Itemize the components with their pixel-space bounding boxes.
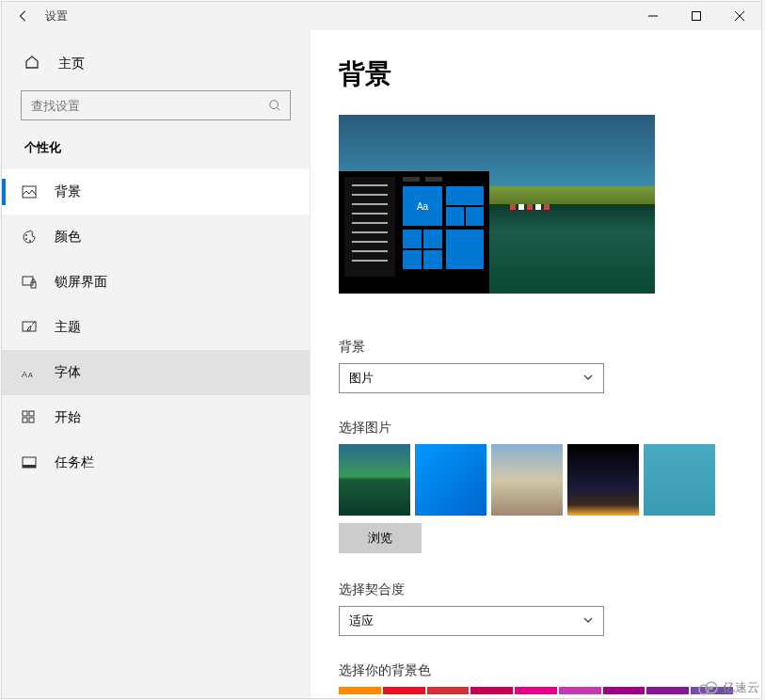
thumbnail-4[interactable] [567, 444, 639, 516]
sidebar-item-label: 锁屏界面 [55, 274, 107, 291]
lock-screen-icon [21, 275, 38, 290]
sidebar-item-colors[interactable]: 颜色 [2, 215, 310, 260]
svg-rect-20 [23, 465, 36, 468]
background-label: 背景 [339, 339, 733, 356]
window-title: 设置 [45, 8, 68, 24]
home-label: 主页 [58, 56, 85, 72]
color-chip[interactable] [515, 687, 557, 694]
watermark: 亿速云 [696, 679, 759, 696]
back-button[interactable] [2, 2, 45, 30]
picture-icon [21, 184, 38, 199]
section-title: 个性化 [2, 130, 310, 162]
picture-thumbnails [339, 444, 733, 516]
apps-icon [21, 410, 38, 425]
svg-point-21 [699, 685, 709, 694]
font-icon: AA [21, 365, 38, 380]
settings-window: 设置 主页 [1, 1, 762, 699]
close-icon [735, 11, 744, 21]
sidebar-item-label: 背景 [55, 183, 81, 200]
sidebar-item-label: 开始 [55, 409, 81, 426]
color-chip[interactable] [470, 687, 513, 694]
minimize-button[interactable] [631, 2, 675, 30]
main-content: 背景 Aa [311, 30, 761, 698]
svg-rect-18 [29, 418, 34, 422]
home-button[interactable]: 主页 [2, 45, 310, 83]
svg-point-4 [270, 101, 279, 109]
brush-icon [21, 320, 38, 335]
minimize-icon [648, 11, 658, 21]
svg-text:A: A [28, 372, 33, 378]
browse-button[interactable]: 浏览 [339, 523, 422, 553]
sidebar-item-taskbar[interactable]: 任务栏 [2, 440, 310, 485]
page-title: 背景 [339, 56, 733, 92]
background-select[interactable]: 图片 [339, 363, 604, 393]
palette-icon [21, 230, 38, 245]
sidebar-item-themes[interactable]: 主题 [2, 305, 310, 350]
color-chip[interactable] [603, 687, 645, 694]
home-icon [24, 55, 40, 73]
choose-picture-label: 选择图片 [339, 420, 733, 437]
color-swatches [339, 687, 733, 694]
search-icon [260, 99, 290, 112]
color-chip[interactable] [383, 687, 425, 694]
sidebar-item-label: 字体 [55, 364, 81, 381]
svg-text:A: A [22, 370, 27, 379]
background-select-value: 图片 [349, 370, 374, 387]
arrow-left-icon [17, 9, 30, 23]
color-chip[interactable] [646, 687, 689, 694]
desktop-preview: Aa [339, 115, 655, 294]
sidebar: 主页 个性化 背景 颜色 锁屏界面 [2, 30, 311, 698]
sidebar-item-start[interactable]: 开始 [2, 395, 310, 440]
taskbar-icon [21, 455, 38, 470]
svg-rect-17 [23, 418, 27, 422]
svg-rect-16 [29, 411, 34, 416]
nav-list: 背景 颜色 锁屏界面 主题 AA 字体 [2, 169, 310, 485]
maximize-button[interactable] [675, 2, 718, 30]
search-input[interactable] [22, 99, 260, 113]
thumbnail-5[interactable] [644, 444, 715, 516]
start-menu-preview: Aa [339, 171, 489, 294]
color-chip[interactable] [339, 687, 381, 694]
fit-select-value: 适应 [349, 612, 374, 629]
close-button[interactable] [718, 2, 761, 30]
fit-select[interactable]: 适应 [339, 606, 604, 636]
color-chip[interactable] [559, 687, 601, 694]
sidebar-item-background[interactable]: 背景 [2, 169, 310, 215]
maximize-icon [692, 11, 701, 21]
color-chip[interactable] [427, 687, 470, 694]
thumbnail-1[interactable] [339, 444, 410, 516]
sidebar-item-fonts[interactable]: AA 字体 [2, 350, 310, 395]
fit-label: 选择契合度 [339, 581, 733, 598]
sidebar-item-label: 颜色 [55, 229, 81, 246]
title-bar: 设置 [2, 2, 761, 30]
sidebar-item-label: 主题 [55, 319, 81, 336]
preview-tile-aa: Aa [403, 186, 442, 226]
cloud-icon [696, 679, 721, 696]
chevron-down-icon [582, 372, 594, 385]
svg-point-23 [709, 686, 713, 690]
thumbnail-3[interactable] [491, 444, 563, 516]
svg-rect-15 [23, 411, 27, 416]
svg-rect-1 [693, 12, 701, 21]
watermark-text: 亿速云 [723, 679, 759, 696]
thumbnail-2[interactable] [415, 444, 486, 516]
sidebar-item-lockscreen[interactable]: 锁屏界面 [2, 260, 310, 305]
svg-point-9 [29, 240, 31, 242]
chevron-down-icon [582, 614, 594, 628]
svg-line-5 [278, 108, 280, 111]
svg-point-8 [25, 238, 27, 240]
sidebar-item-label: 任务栏 [55, 454, 94, 471]
choose-color-label: 选择你的背景色 [339, 662, 733, 679]
search-box[interactable] [21, 90, 291, 120]
svg-point-7 [25, 234, 27, 236]
